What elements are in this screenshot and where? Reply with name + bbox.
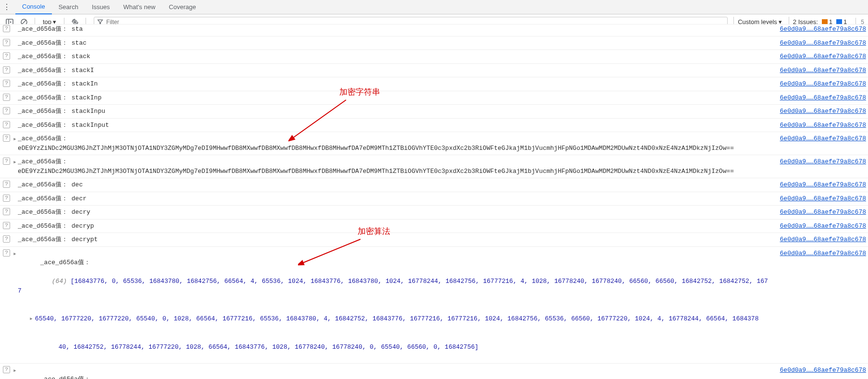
verbose-icon: ? bbox=[3, 107, 10, 114]
array-values: 65540, 16777220, 16777220, 65540, 0, 102… bbox=[35, 314, 759, 324]
tab-coverage[interactable]: Coverage bbox=[162, 0, 202, 14]
source-link[interactable]: 6e0d0a9……68aefe79a8c678 bbox=[780, 121, 866, 130]
verbose-icon: ? bbox=[3, 94, 10, 101]
verbose-icon: ? bbox=[3, 25, 10, 32]
verbose-icon: ? bbox=[3, 249, 10, 257]
source-link[interactable]: 6e0d0a9……68aefe79a8c678 bbox=[780, 180, 866, 190]
expand-icon[interactable]: ▸ bbox=[13, 366, 18, 376]
log-row: ?_ace_d656a值： decryp6e0d0a9……68aefe79a8c… bbox=[0, 220, 868, 233]
log-row: ?_ace_d656a值： stackInp6e0d0a9……68aefe79a… bbox=[0, 91, 868, 105]
source-link[interactable]: 6e0d0a9……68aefe79a8c678 bbox=[780, 93, 866, 103]
log-message: _ace_d656a值： stac bbox=[18, 38, 770, 48]
source-link[interactable]: 6e0d0a9……68aefe79a8c678 bbox=[780, 24, 866, 34]
expand-icon[interactable]: ▸ bbox=[13, 158, 18, 167]
log-row: ? ▸ _ace_d656a值：eDE9YzZiNDc2MGU3MGJhZTJh… bbox=[0, 132, 868, 155]
log-message: _ace_d656a值： stackInput bbox=[18, 121, 770, 130]
svg-line-3 bbox=[22, 20, 26, 24]
log-message: _ace_d656a值： (64) [16843776, 0, 65536, 1… bbox=[18, 366, 770, 379]
log-row: ?_ace_d656a值： dec6e0d0a9……68aefe79a8c678 bbox=[0, 178, 868, 192]
verbose-icon: ? bbox=[3, 181, 10, 188]
log-message: _ace_d656a值： stack bbox=[18, 52, 770, 61]
source-link[interactable]: 6e0d0a9……68aefe79a8c678 bbox=[780, 235, 866, 245]
log-message: _ace_d656a值：eDE9YzZiNDc2MGU3MGJhZTJhMjM3… bbox=[18, 134, 770, 153]
verbose-icon: ? bbox=[3, 39, 10, 46]
devtools-tab-bar: ⋮ Console Search Issues What's new Cover… bbox=[0, 0, 868, 14]
source-link[interactable]: 6e0d0a9……68aefe79a8c678 bbox=[780, 38, 866, 48]
log-row: ? ▸ _ace_d656a值：eDE9YzZiNDc2MGU3MGJhZTJh… bbox=[0, 155, 868, 178]
expand-icon[interactable]: ▸ bbox=[29, 314, 33, 324]
log-row: ?_ace_d656a值： stackIn6e0d0a9……68aefe79a8… bbox=[0, 77, 868, 91]
log-row: ?_ace_d656a值： stack6e0d0a9……68aefe79a8c6… bbox=[0, 50, 868, 64]
verbose-icon: ? bbox=[3, 134, 10, 142]
source-link[interactable]: 6e0d0a9……68aefe79a8c678 bbox=[780, 366, 866, 375]
tab-search[interactable]: Search bbox=[52, 0, 85, 14]
log-message: _ace_d656a值： stackInpu bbox=[18, 107, 770, 116]
log-message: _ace_d656a值： decr bbox=[18, 194, 770, 204]
console-output: ? _ace_d656a值： sta 6e0d0a9……68aefe79a8c6… bbox=[0, 24, 868, 379]
source-link[interactable]: 6e0d0a9……68aefe79a8c678 bbox=[780, 66, 866, 75]
log-row: ?_ace_d656a值： decr6e0d0a9……68aefe79a8c67… bbox=[0, 192, 868, 206]
verbose-icon: ? bbox=[3, 66, 10, 73]
log-row: ?_ace_d656a值： stac6e0d0a9……68aefe79a8c67… bbox=[0, 37, 868, 50]
expand-icon[interactable]: ▸ bbox=[13, 249, 18, 259]
log-row: ? _ace_d656a值： sta 6e0d0a9……68aefe79a8c6… bbox=[0, 24, 868, 37]
source-link[interactable]: 6e0d0a9……68aefe79a8c678 bbox=[780, 79, 866, 89]
verbose-icon: ? bbox=[3, 195, 10, 202]
log-message: _ace_d656a值： stackInp bbox=[18, 93, 770, 103]
source-link[interactable]: 6e0d0a9……68aefe79a8c678 bbox=[780, 249, 866, 258]
source-link[interactable]: 6e0d0a9……68aefe79a8c678 bbox=[780, 194, 866, 204]
verbose-icon: ? bbox=[3, 366, 10, 373]
log-message: _ace_d656a值： decryp bbox=[18, 221, 770, 231]
verbose-icon: ? bbox=[3, 208, 10, 215]
log-row: ?_ace_d656a值： stackI6e0d0a9……68aefe79a8c… bbox=[0, 64, 868, 78]
verbose-icon: ? bbox=[3, 158, 10, 165]
verbose-icon: ? bbox=[3, 52, 10, 60]
svg-point-5 bbox=[74, 21, 76, 23]
log-message: _ace_d656a值： sta bbox=[18, 24, 770, 34]
more-tools-icon[interactable]: ⋮ bbox=[3, 2, 11, 12]
log-row: ?_ace_d656a值： decry6e0d0a9……68aefe79a8c6… bbox=[0, 206, 868, 220]
log-message: _ace_d656a值：eDE9YzZiNDc2MGU3MGJhZTJhMjM3… bbox=[18, 157, 770, 176]
log-message: _ace_d656a值： (64) [16843776, 0, 65536, 1… bbox=[18, 249, 770, 361]
log-message: _ace_d656a值： stackI bbox=[18, 66, 770, 75]
source-link[interactable]: 6e0d0a9……68aefe79a8c678 bbox=[780, 107, 866, 116]
verbose-icon: ? bbox=[3, 80, 10, 87]
log-row: ?_ace_d656a值： decrypt6e0d0a9……68aefe79a8… bbox=[0, 233, 868, 247]
verbose-icon: ? bbox=[3, 235, 10, 243]
verbose-icon: ? bbox=[3, 222, 10, 229]
log-row: ? ▸ _ace_d656a值： (64) [16843776, 0, 6553… bbox=[0, 364, 868, 379]
source-link[interactable]: 6e0d0a9……68aefe79a8c678 bbox=[780, 208, 866, 217]
array-values: 40, 16842752, 16778244, 16777220, 1028, … bbox=[59, 343, 479, 351]
tab-whatsnew[interactable]: What's new bbox=[116, 0, 162, 14]
verbose-icon: ? bbox=[3, 121, 10, 128]
log-row: ? ▸ _ace_d656a值： (64) [16843776, 0, 6553… bbox=[0, 247, 868, 364]
log-message: _ace_d656a值： stackIn bbox=[18, 79, 770, 89]
log-row: ?_ace_d656a值： stackInput6e0d0a9……68aefe7… bbox=[0, 119, 868, 133]
expand-icon[interactable]: ▸ bbox=[13, 134, 18, 144]
source-link[interactable]: 6e0d0a9……68aefe79a8c678 bbox=[780, 52, 866, 61]
array-values: [16843776, 0, 65536, 16843780, 16842756,… bbox=[18, 278, 768, 294]
source-link[interactable]: 6e0d0a9……68aefe79a8c678 bbox=[780, 134, 866, 144]
log-message: _ace_d656a值： decry bbox=[18, 208, 770, 217]
log-row: ?_ace_d656a值： stackInpu6e0d0a9……68aefe79… bbox=[0, 105, 868, 119]
log-message: _ace_d656a值： decrypt bbox=[18, 235, 770, 245]
source-link[interactable]: 6e0d0a9……68aefe79a8c678 bbox=[780, 221, 866, 231]
tab-console[interactable]: Console bbox=[15, 0, 52, 14]
log-message: _ace_d656a值： dec bbox=[18, 180, 770, 190]
source-link[interactable]: 6e0d0a9……68aefe79a8c678 bbox=[780, 157, 866, 167]
tab-issues[interactable]: Issues bbox=[85, 0, 117, 14]
